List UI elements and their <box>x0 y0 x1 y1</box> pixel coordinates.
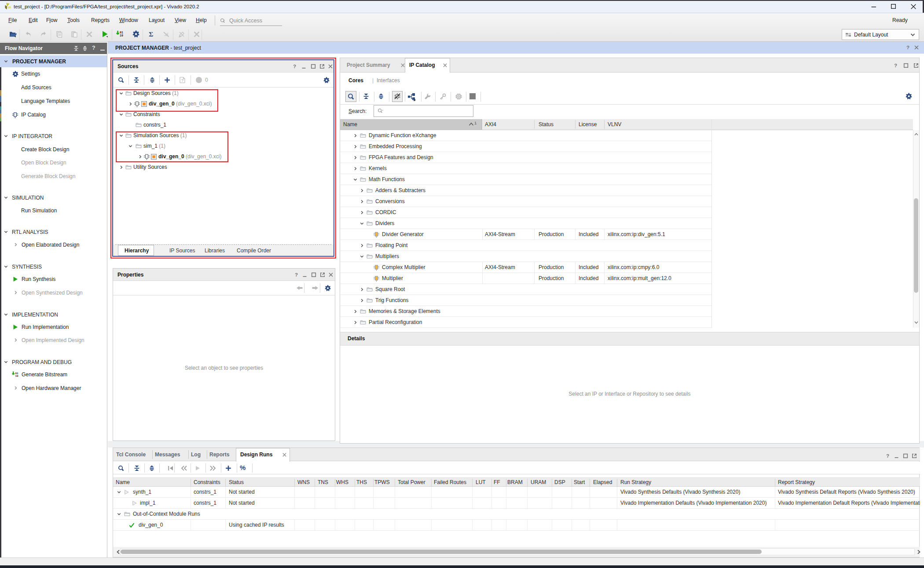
svg-text:10: 10 <box>120 34 123 37</box>
svg-text:01: 01 <box>120 31 123 34</box>
svg-text:Σ: Σ <box>149 30 153 38</box>
